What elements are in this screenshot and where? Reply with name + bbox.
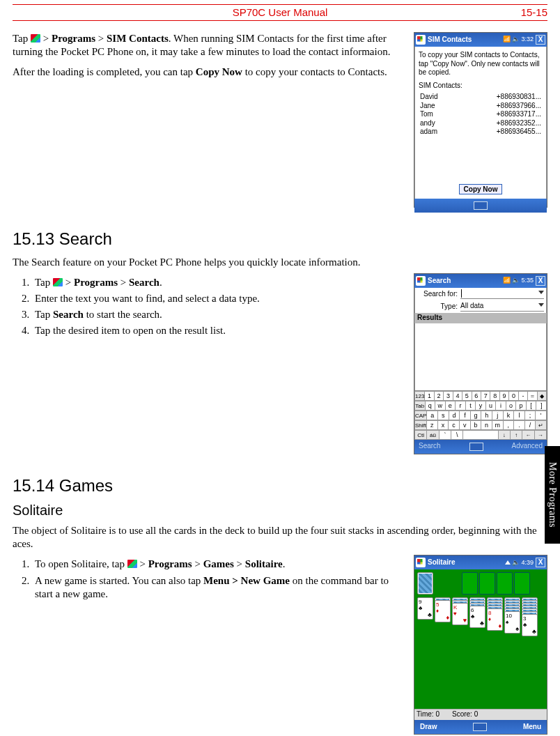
sim-title-bar: SIM Contacts 📶 🔈 3:32 X [414, 33, 547, 47]
start-menu-icon[interactable] [416, 35, 426, 45]
search-steps: Tap > Programs > Search. Enter the text … [32, 276, 401, 338]
sim-contact-list[interactable]: David+886930831... Jane+886937966... Tom… [419, 93, 543, 137]
close-button[interactable]: X [536, 558, 545, 567]
card-face[interactable]: 3♣♣ [522, 614, 538, 636]
step-1: Tap > Programs > Search. [32, 276, 401, 289]
card-face[interactable]: 10♠♠ [504, 611, 520, 634]
search-title-bar: Search 📶 🔈 5:35 X [414, 274, 547, 288]
sip-keyboard-icon[interactable] [469, 443, 483, 451]
sim-contacts-p2: After the loading is completed, you can … [13, 66, 401, 79]
speaker-icon: 🔈 [512, 277, 520, 285]
kbd-row-3: CAP a s d f g h j k l ; ' [414, 411, 547, 420]
list-item: andy+886932352... [419, 119, 543, 128]
search-intro: The Search feature on your Pocket PC Pho… [13, 256, 547, 269]
close-button[interactable]: X [536, 276, 545, 286]
copy-now-button[interactable]: Copy Now [459, 184, 503, 194]
menu-softkey[interactable]: Menu [523, 723, 541, 732]
start-menu-icon[interactable] [416, 558, 426, 567]
header-page-number: 15-15 [499, 6, 547, 18]
close-button[interactable]: X [536, 35, 545, 45]
soft-keyboard[interactable]: 123 1 2 3 4 5 6 7 8 9 0 - = ◆ [414, 390, 547, 440]
sim-contacts-intro: Tap > Programs > SIM Contacts. When runn… [13, 32, 401, 59]
heading-search: 15.13 Search [13, 229, 547, 250]
sip-keyboard-icon[interactable] [474, 201, 488, 210]
advanced-softkey[interactable]: Advanced [512, 442, 543, 451]
sim-contacts-window: SIM Contacts 📶 🔈 3:32 X To copy your SIM… [414, 32, 547, 208]
step-2: Enter the text you want to find, and sel… [32, 292, 401, 305]
solitaire-intro: The object of Solitaire is to use all th… [13, 524, 547, 551]
step-2: A new game is started. You can also tap … [32, 574, 401, 601]
search-for-label: Search for: [417, 290, 458, 299]
card-face[interactable]: 5♦♦ [435, 600, 451, 622]
start-icon [31, 34, 40, 43]
card-face[interactable]: 8♦♦ [487, 608, 503, 631]
solitaire-board[interactable]: 9♣♣5♦♦K♥♥6♣♣8♦♦10♠♠3♣♣ [414, 569, 547, 709]
subheading-solitaire: Solitaire [13, 502, 547, 520]
header-title: SP70C User Manual [61, 6, 499, 18]
heading-games: 15.14 Games [13, 475, 547, 497]
type-dropdown[interactable]: All data [460, 302, 544, 312]
sim-bottom-bar [414, 199, 547, 213]
solitaire-window-title: Solitaire [428, 558, 503, 567]
kbd-row-2: Tab q w e r t y u i o p [ ] [414, 401, 547, 411]
foundation-slot[interactable] [514, 572, 530, 595]
start-menu-icon[interactable] [416, 276, 426, 286]
search-softkey[interactable]: Search [419, 442, 441, 451]
sim-list-label: SIM Contacts: [419, 82, 543, 91]
draw-softkey[interactable]: Draw [420, 723, 437, 732]
list-item: Jane+886937966... [419, 102, 543, 111]
sim-window-title: SIM Contacts [428, 36, 501, 45]
search-clock: 5:35 [521, 277, 534, 285]
foundation-slot[interactable] [479, 572, 495, 595]
kbd-row-1: 123 1 2 3 4 5 6 7 8 9 0 - = ◆ [414, 391, 547, 401]
step-1: To open Solitaire, tap > Programs > Game… [32, 558, 401, 571]
chevron-down-icon[interactable] [538, 291, 544, 294]
solitaire-title-bar: Solitaire 🔈 4:39 X [414, 555, 547, 569]
card-face[interactable]: 6♣♣ [469, 606, 485, 628]
chevron-down-icon[interactable] [538, 303, 544, 307]
key-space[interactable] [463, 430, 498, 440]
search-window: Search 📶 🔈 5:35 X Search for: Type: All … [414, 273, 547, 454]
solitaire-bottom-bar: Draw Menu [414, 720, 547, 734]
signal-icon: 📶 [503, 36, 511, 44]
solitaire-steps: To open Solitaire, tap > Programs > Game… [32, 558, 401, 601]
speaker-icon: 🔈 [512, 559, 520, 567]
search-bottom-bar: Search Advanced [414, 440, 547, 454]
chapter-tab: More Programs [545, 446, 560, 544]
results-list[interactable] [414, 323, 547, 390]
foundation-slot[interactable] [462, 572, 478, 595]
list-item: David+886930831... [419, 93, 543, 102]
deck-pile[interactable] [417, 572, 433, 595]
solitaire-status-bar: Time: 0 Score: 0 [414, 709, 547, 720]
sip-keyboard-icon[interactable] [473, 723, 487, 731]
step-3: Tap Search to start the search. [32, 308, 401, 321]
signal-icon: 📶 [503, 277, 511, 285]
kbd-row-5: Ctl áü ` \ ↓ ↑ ← → [414, 430, 547, 440]
foundation-slot[interactable] [497, 572, 513, 595]
key-123[interactable]: 123 [414, 391, 425, 401]
search-window-title: Search [428, 277, 501, 286]
step-4: Tap the desired item to open on the resu… [32, 324, 401, 337]
search-for-input[interactable] [460, 289, 544, 299]
card-face[interactable]: K♥♥ [452, 603, 468, 625]
card-face[interactable]: 9♣♣ [417, 597, 433, 620]
list-item: adam+886936455... [419, 128, 543, 137]
sim-status-icons: 📶 🔈 3:32 [503, 36, 534, 44]
signal-icon [505, 560, 511, 565]
type-label: Type: [417, 302, 458, 312]
list-item: Tom+886933717... [419, 110, 543, 119]
kbd-row-4: Shift z x c v b n m , . / ↵ [414, 420, 547, 430]
sim-hint: To copy your SIM contacts to Contacts, t… [419, 51, 543, 77]
solitaire-clock: 4:39 [521, 559, 534, 567]
page-header: SP70C User Manual 15-15 [13, 4, 547, 21]
solitaire-window: Solitaire 🔈 4:39 X [414, 555, 547, 735]
start-icon [127, 560, 137, 568]
start-icon [53, 278, 63, 286]
sim-clock: 3:32 [521, 36, 534, 44]
speaker-icon: 🔈 [512, 36, 520, 44]
results-header: Results [414, 313, 547, 323]
